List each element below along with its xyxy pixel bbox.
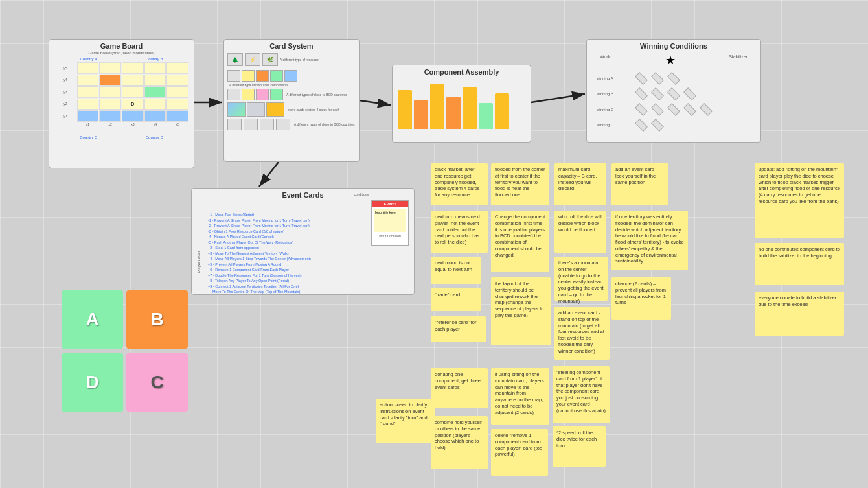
sticky-everyone-donate: everyone donate to build a stabilizer du…	[755, 292, 844, 336]
sticky-add-event-mountain: add an event card - stand on top of the …	[554, 307, 610, 360]
sticky-layout-territory: the layout of the territory should be ch…	[491, 277, 551, 345]
sticky-update-mountain: update: add "sitting on the mountain" ca…	[755, 163, 844, 238]
sticky-no-contribute: no one contributes component card to bui…	[755, 243, 844, 285]
gameboard-country-labels: Country ACountry B	[49, 57, 194, 62]
sticky-next-round-not-turn: next round is not equal to next turn	[431, 257, 481, 284]
sticky-reference-card: "reference card" for each player	[431, 316, 486, 342]
player-token-c: C	[126, 353, 188, 412]
sticky-change-component: Change the component combination (first …	[491, 211, 549, 272]
cardsystem-title: Card System	[224, 40, 359, 51]
winning-conditions-title: Winning Conditions	[587, 40, 760, 51]
player-level-label: Player Level	[197, 208, 201, 273]
event-card-template: Event! Input title here Input Condition	[371, 200, 409, 246]
cardsystem-box: Card System 🌲 ⚡ 🌿 A different type of re…	[223, 39, 360, 162]
gameboard-title: Game Board	[49, 40, 194, 51]
event-template-body: Input title here	[374, 209, 406, 232]
sticky-black-market: black market: after one resource get com…	[431, 163, 488, 205]
sticky-add-event-card-lock: add an event card - lock yourself in the…	[611, 163, 668, 205]
gameboard-subtitle: Game Board (draft, need modification)	[49, 51, 194, 55]
svg-line-3	[531, 94, 585, 102]
sticky-delete-remove: delete "remove 1 component card from eac…	[491, 429, 548, 476]
gameboard-box: Game Board Game Board (draft, need modif…	[49, 39, 194, 168]
sticky-next-turn-player: next turn means next player (not the eve…	[431, 211, 488, 253]
sticky-trade-card: "trade" card	[431, 288, 481, 311]
sticky-donating-component: donating one component, get three event …	[431, 368, 488, 408]
sticky-action-clarify: action: -need to clarify instructions on…	[376, 399, 435, 443]
event-template-header: Event!	[372, 201, 408, 207]
event-cards-title: Event Cards	[192, 189, 414, 200]
sticky-flooded-corner: flooded from the corner at first to cent…	[491, 163, 549, 205]
sticky-stealing-component: "stealing component card from 1 player":…	[553, 366, 610, 423]
winning-conditions-box: Winning Conditions World ★ Stabilizer wi…	[586, 39, 761, 143]
player-token-b: B	[126, 290, 188, 349]
sticky-territory-flooded: if one territory was entirely flooded, t…	[611, 211, 688, 270]
sticky-change-2-cards: change (2 cards) – prevent all players f…	[611, 277, 671, 320]
sticky-max-card-capacity: maximum card capacity – B card, instead …	[554, 163, 606, 205]
svg-line-2	[360, 100, 391, 105]
sticky-mountain-center: there's a mountain on the center (unable…	[554, 257, 608, 301]
sticky-x2-speed: *2 speed: roll the dice twice for each t…	[553, 426, 606, 467]
sticky-who-roll-dice: who roll the dice will decide which bloc…	[554, 211, 606, 253]
sticky-combine-hold: combine hold yourself or others in the s…	[431, 416, 488, 469]
gameboard-country-bottom: Country CCountry D	[49, 134, 194, 139]
player-token-a: A	[62, 290, 123, 349]
event-cards-box: Event Cards conditions Event! Input titl…	[191, 188, 415, 295]
component-assembly-box: Component Assembly	[392, 65, 531, 143]
event-cards-list: +1 - Move Two Steps (Sprint) -1 - Preven…	[208, 212, 365, 295]
component-assembly-title: Component Assembly	[393, 65, 531, 77]
sticky-sitting-mountain: if using sitting on the mountain card, p…	[491, 368, 549, 425]
player-token-d: D	[62, 353, 123, 412]
event-template-label: Input Condition	[372, 234, 408, 238]
svg-line-4	[259, 162, 279, 187]
